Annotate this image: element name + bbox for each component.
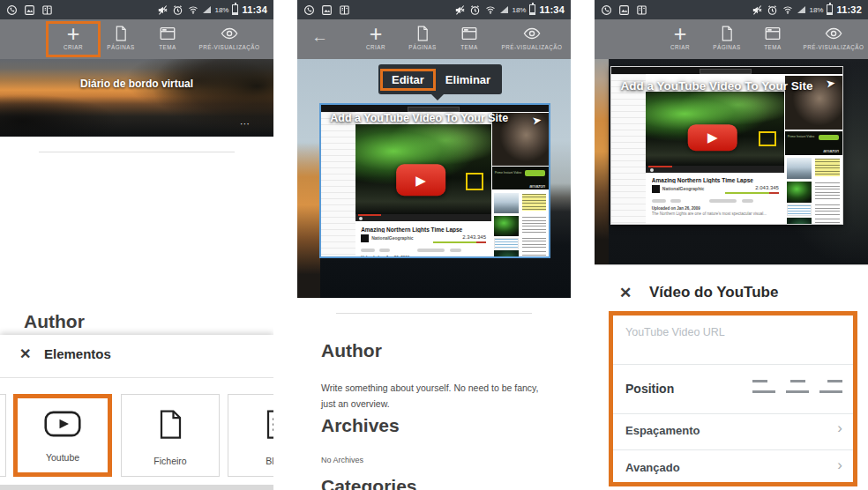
video-description: The Northern Lights are one of nature's … (652, 212, 779, 216)
signal-icon (797, 6, 805, 13)
weebly-toolbar: + CRIAR PÁGINAS TEMA PRÉ-VISUALIZAÇÃO (0, 19, 273, 59)
toolbar-paginas[interactable]: PÁGINAS (408, 24, 437, 50)
section-divider (39, 152, 235, 152)
site-title: Diário de bordo virtual (0, 78, 273, 90)
amazon-ad: Prime Instant Video amazon (785, 131, 843, 155)
mute-icon (751, 4, 763, 16)
chevron-right-icon[interactable]: › (837, 457, 842, 472)
related-video-thumb (787, 182, 840, 203)
toolbar-tema[interactable]: TEMA (159, 24, 176, 50)
pages-icon (107, 24, 135, 43)
youtube-play-icon (18, 411, 108, 437)
eye-icon (199, 24, 260, 43)
channel-avatar (361, 234, 369, 242)
screenshot-icon (618, 4, 630, 16)
toolbar-paginas[interactable]: PÁGINAS (107, 24, 135, 50)
weebly-toolbar: + CRIAR PÁGINAS TEMA PRÉ-VISUALIZAÇÃO (595, 19, 868, 59)
theme-window-icon (764, 24, 782, 43)
android-status-bar: 18% 11:34 (297, 0, 571, 19)
phone-screen-edit-menu: 18% 11:34 ← + CRIAR PÁGINAS TEMA PRÉ-VIS… (297, 0, 571, 490)
related-video-thumb (787, 158, 840, 179)
alarm-icon (172, 4, 183, 16)
video-info-panel: Amazing Northern Lights Time Lapse Natio… (355, 221, 492, 256)
tooltip-arrow (431, 94, 444, 107)
pages-icon (408, 24, 437, 43)
highlight-box (466, 173, 483, 190)
toolbar-previsualizacao[interactable]: PRÉ-VISUALIZAÇÃO (502, 24, 563, 50)
element-card-youtube[interactable]: Youtube (13, 394, 112, 477)
sheet-divider (0, 377, 273, 378)
video-info-panel: Amazing Northern Lights Time Lapse Natio… (646, 173, 784, 224)
author-heading: Author (321, 340, 382, 361)
channel-avatar (652, 185, 660, 193)
align-right-icon[interactable] (819, 380, 842, 393)
toolbar-tema[interactable]: TEMA (460, 24, 478, 50)
amazon-logo: amazon (823, 148, 839, 153)
blog-sidebar-content: Author Write something about yourself. N… (0, 137, 273, 335)
edit-menu-item[interactable]: Editar (380, 69, 436, 91)
align-left-icon[interactable] (752, 380, 775, 393)
delete-menu-item[interactable]: Eliminar (436, 70, 500, 90)
video-title: Amazing Northern Lights Time Lapse (361, 226, 486, 233)
align-center-icon[interactable] (786, 380, 809, 393)
video-action-buttons (361, 249, 486, 252)
video-player-area: ▶ (355, 124, 492, 213)
screenshot-icon (321, 4, 333, 16)
whatsapp-icon (303, 4, 315, 16)
sheet-bottom-strip (0, 485, 273, 490)
site-page-background: Editar Eliminar ▶ Amazing Northern Light… (297, 59, 571, 298)
advanced-label: Avançado (625, 461, 680, 474)
highlight-box (759, 131, 776, 146)
phone-screen-youtube-form: 18% 11:32 + CRIAR PÁGINAS TEMA PRÉ-VISUA… (595, 0, 868, 490)
player-controls (646, 166, 784, 173)
battery-percent: 18% (809, 6, 823, 14)
youtube-sidebar: Prime Instant Video amazon (785, 74, 843, 224)
upload-date: Uploaded on Jan 26, 2009 (652, 206, 779, 211)
element-card-ficheiro[interactable]: Ficheiro (121, 394, 220, 477)
player-controls (355, 214, 492, 222)
toolbar-previsualizacao[interactable]: PRÉ-VISUALIZAÇÃO (199, 24, 260, 50)
elements-sheet-title: Elementos (44, 346, 111, 361)
theme-window-icon (159, 24, 176, 43)
elements-bottom-sheet: ✕ Elementos Youtube Ficheiro Block (0, 335, 273, 490)
mute-icon (453, 4, 466, 16)
battery-percent: 18% (512, 6, 526, 14)
section-divider (336, 313, 532, 314)
back-icon[interactable]: ← (311, 27, 328, 47)
youtube-embed-preview[interactable]: ▶ Amazing Northern Lights Time Lapse Nat… (610, 66, 843, 225)
related-video-thumb (494, 216, 546, 236)
whatsapp-icon (601, 4, 612, 16)
view-count: 2.343.345 (462, 234, 486, 240)
android-status-bar: 18% 11:32 (595, 0, 868, 19)
weebly-toolbar: ← + CRIAR PÁGINAS TEMA PRÉ-VISUALIZAÇÃO (297, 19, 571, 59)
youtube-left-column (611, 74, 646, 224)
toolbar-criar[interactable]: + CRIAR (366, 24, 385, 50)
android-status-bar: 18% 11:34 (0, 0, 273, 19)
memo-icon (339, 4, 350, 16)
plus-icon: + (370, 25, 383, 42)
toolbar-paginas[interactable]: PÁGINAS (713, 24, 741, 50)
element-card-partial[interactable] (0, 394, 6, 477)
author-text: Write something about yourself. No need … (321, 380, 543, 412)
share-arrow-icon: ➤ (825, 76, 836, 90)
battery-icon (232, 4, 238, 15)
close-icon[interactable]: ✕ (619, 284, 632, 302)
toolbar-previsualizacao[interactable]: PRÉ-VISUALIZAÇÃO (804, 24, 864, 50)
close-icon[interactable]: ✕ (19, 345, 31, 362)
categories-heading: Categories (321, 476, 417, 490)
toolbar-tema[interactable]: TEMA (764, 24, 782, 50)
chevron-right-icon[interactable]: › (837, 420, 842, 435)
amazon-logo: amazon (529, 183, 545, 189)
youtube-url-input[interactable] (625, 326, 841, 338)
screenshot-triptych: 18% 11:34 + CRIAR PÁGINAS TEMA PRÉ-VISUA… (0, 0, 868, 490)
alarm-icon (469, 4, 481, 16)
screenshot-icon (24, 4, 35, 16)
toolbar-criar[interactable]: + CRIAR (670, 24, 690, 50)
form-divider (613, 364, 853, 365)
view-count: 2.043.345 (755, 185, 779, 190)
related-video-thumb (494, 193, 546, 213)
position-label: Position (625, 382, 674, 396)
youtube-settings-sheet: ✕ Vídeo do YouTube Position Espaçamento … (595, 264, 868, 490)
youtube-embed-preview[interactable]: ▶ Amazing Northern Lights Time Lapse Nat… (319, 103, 550, 258)
element-card-block[interactable]: Block (228, 394, 273, 477)
